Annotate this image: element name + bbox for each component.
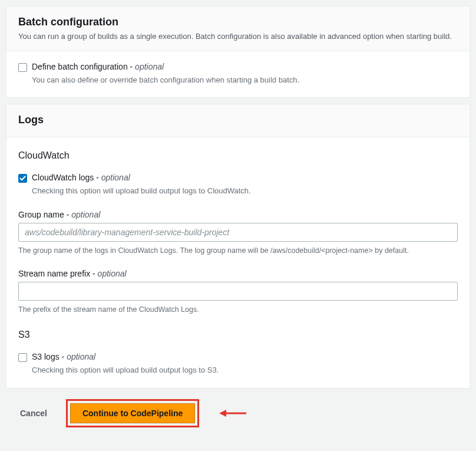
group-name-label-text: Group name - <box>18 210 71 219</box>
cloudwatch-logs-desc: Checking this option will upload build o… <box>32 185 458 197</box>
group-name-field: Group name - optional The group name of … <box>18 210 458 256</box>
s3-logs-checkbox[interactable] <box>18 353 27 362</box>
s3-logs-label: S3 logs - optional <box>32 352 95 361</box>
stream-prefix-label-text: Stream name prefix - <box>18 269 98 278</box>
cloudwatch-logs-checkbox[interactable] <box>18 174 27 183</box>
stream-prefix-field: Stream name prefix - optional The prefix… <box>18 269 458 315</box>
continue-button-highlight: Continue to CodePipeline <box>66 399 199 427</box>
s3-logs-label-text: S3 logs - <box>32 352 67 361</box>
batch-config-body: Define batch configuration - optional Yo… <box>6 51 470 98</box>
stream-prefix-optional: optional <box>98 269 127 278</box>
s3-logs-desc: Checking this option will upload build o… <box>32 364 458 376</box>
check-icon <box>19 175 26 182</box>
cloudwatch-logs-row: CloudWatch logs - optional <box>18 173 458 183</box>
group-name-input[interactable] <box>18 223 458 242</box>
continue-button[interactable]: Continue to CodePipeline <box>70 403 195 423</box>
batch-config-desc: You can run a group of builds as a singl… <box>18 31 458 42</box>
define-batch-desc: You can also define or override batch co… <box>32 74 458 86</box>
stream-prefix-label: Stream name prefix - optional <box>18 269 458 278</box>
define-batch-checkbox[interactable] <box>18 63 27 72</box>
logs-body: CloudWatch CloudWatch logs - optional Ch… <box>6 137 470 388</box>
logs-title: Logs <box>18 114 458 126</box>
cloudwatch-heading: CloudWatch <box>18 150 458 161</box>
s3-heading: S3 <box>18 330 458 340</box>
cancel-button[interactable]: Cancel <box>20 409 47 418</box>
logs-header: Logs <box>6 104 470 137</box>
svg-marker-1 <box>219 410 226 417</box>
define-batch-label: Define batch configuration - optional <box>32 62 164 71</box>
cloudwatch-logs-label-text: CloudWatch logs - <box>32 173 101 182</box>
define-batch-row: Define batch configuration - optional <box>18 62 458 72</box>
arrow-left-icon <box>219 409 246 418</box>
batch-config-title: Batch configuration <box>18 16 458 28</box>
group-name-help: The group name of the logs in CloudWatch… <box>18 245 458 256</box>
batch-config-header: Batch configuration You can run a group … <box>6 6 470 51</box>
cloudwatch-logs-optional: optional <box>101 173 130 182</box>
action-row: Cancel Continue to CodePipeline <box>0 389 476 438</box>
define-batch-label-text: Define batch configuration - <box>32 62 135 71</box>
s3-logs-optional: optional <box>67 352 95 361</box>
stream-prefix-input[interactable] <box>18 282 458 301</box>
batch-config-panel: Batch configuration You can run a group … <box>6 6 470 98</box>
s3-logs-row: S3 logs - optional <box>18 352 458 362</box>
group-name-label: Group name - optional <box>18 210 458 219</box>
logs-panel: Logs CloudWatch CloudWatch logs - option… <box>6 104 470 389</box>
define-batch-optional: optional <box>135 62 164 71</box>
group-name-optional: optional <box>71 210 100 219</box>
cloudwatch-logs-label: CloudWatch logs - optional <box>32 173 130 182</box>
stream-prefix-help: The prefix of the stream name of the Clo… <box>18 304 458 315</box>
